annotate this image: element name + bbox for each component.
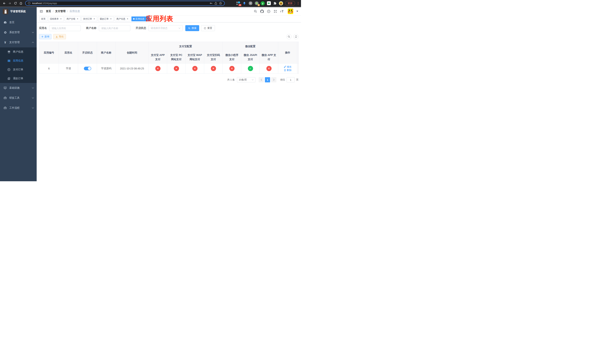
sidebar-item-label: 支付订单 <box>13 68 23 71</box>
pagination: 共 1 条 10条/页 1 前往 页 <box>39 77 299 82</box>
sidebar-collapse-icon[interactable] <box>39 10 43 13</box>
cell-enabled <box>78 64 97 74</box>
sidebar-item-payment-management[interactable]: ¥支付管理 <box>0 37 37 47</box>
tab-user-group[interactable]: 用户分组× <box>65 16 81 21</box>
close-tab-icon[interactable]: × <box>126 18 129 20</box>
cell-alipay-wap: ✕ <box>186 64 204 74</box>
extensions-puzzle-icon[interactable] <box>273 1 277 5</box>
tab-merchant-info[interactable]: 商户信息× <box>115 16 130 21</box>
export-button[interactable]: 导出 <box>53 34 66 39</box>
edit-button[interactable]: 修改 <box>284 65 291 68</box>
app-name-input[interactable] <box>49 25 81 31</box>
delete-icon <box>284 69 286 72</box>
tab-payment-order[interactable]: 支付订单× <box>81 16 97 21</box>
extension-command-icon[interactable] <box>248 1 252 5</box>
cell-created-time: 2021-10-23 08:49:25 <box>116 64 149 74</box>
app-table: 应用编号应用名开启状态商户名称创建时间支付宝配置微信配置操作支付宝 APP 支付… <box>39 42 299 74</box>
extension-gem-icon[interactable] <box>242 1 246 5</box>
search-icon <box>288 35 290 38</box>
cell-wx-jsapi: ✓ <box>241 64 260 74</box>
app-logo[interactable]: 芋道管理系统 <box>0 7 37 16</box>
sidebar-item-label: 基础设施 <box>9 86 20 90</box>
search-button[interactable]: 搜索 <box>185 25 199 31</box>
enabled-switch[interactable] <box>84 67 91 70</box>
profile-avatar-icon[interactable] <box>279 1 283 5</box>
app-name-label: 应用名 <box>39 26 47 30</box>
bookmark-star-icon[interactable] <box>219 2 222 5</box>
sidebar-item-label: 工作流程 <box>9 106 20 110</box>
close-tab-icon[interactable]: × <box>110 18 112 20</box>
help-icon[interactable]: ? <box>267 10 270 13</box>
column-header-alipay-qr: 支付宝扫码支付 <box>204 51 223 64</box>
tab-home[interactable]: 首页 <box>39 16 47 21</box>
next-page-button[interactable] <box>271 77 276 82</box>
close-tab-icon[interactable]: × <box>93 18 96 20</box>
font-size-icon[interactable]: TT <box>280 10 285 13</box>
cell-merchant-name: 芋道源码 <box>97 64 116 74</box>
sidebar-item-refund-order[interactable]: 退款订单 <box>0 74 37 83</box>
browser-reload-icon[interactable] <box>13 1 18 6</box>
sidebar-item-label: 研发工具 <box>9 96 20 100</box>
refresh-icon <box>204 27 206 30</box>
user-menu-caret-icon[interactable] <box>296 11 298 12</box>
tab-label: 首页 <box>41 17 45 21</box>
sidebar-item-dev-tools[interactable]: 研发工具 <box>0 93 37 103</box>
sidebar-item-merchant-info[interactable]: 商户信息 <box>0 47 37 56</box>
goto-page-input[interactable] <box>287 77 295 82</box>
browser-back-icon[interactable] <box>2 1 7 6</box>
user-avatar[interactable] <box>288 9 293 14</box>
site-info-icon[interactable] <box>28 2 31 5</box>
sidebar-item-system-management[interactable]: 系统管理 <box>0 27 37 37</box>
status-select[interactable]: 请选择开启状态 <box>149 25 183 31</box>
github-icon[interactable] <box>260 10 264 13</box>
browser-forward-icon[interactable] <box>7 1 12 6</box>
password-key-icon[interactable] <box>210 2 213 5</box>
close-tab-icon[interactable]: × <box>60 18 62 20</box>
sidebar-item-workflow[interactable]: 工作流程 <box>0 103 37 113</box>
browser-menu-icon[interactable] <box>297 2 299 5</box>
tab-label: 支付订单 <box>83 17 92 21</box>
extension-y-icon[interactable]: y <box>261 1 265 5</box>
download-icon <box>55 36 58 38</box>
page-size-select[interactable]: 10条/页 <box>237 77 256 82</box>
column-header: 应用编号 <box>39 42 59 64</box>
current-page-button[interactable]: 1 <box>265 77 270 82</box>
extension-chat-icon[interactable] <box>267 1 271 5</box>
breadcrumb-payment[interactable]: 支付管理 <box>55 10 65 13</box>
tab-refund-order[interactable]: 退款订单× <box>98 16 114 21</box>
sidebar-item-payment-order[interactable]: ¥支付订单 <box>0 65 37 74</box>
chevron-down-icon <box>32 32 34 33</box>
share-icon[interactable] <box>214 2 217 5</box>
browser-update-button[interactable]: 更新 <box>285 1 295 6</box>
yuan-icon: ¥ <box>3 41 7 44</box>
fullscreen-icon[interactable] <box>274 10 277 13</box>
browser-home-icon[interactable] <box>19 1 23 6</box>
refresh-table-button[interactable] <box>293 34 299 39</box>
add-button[interactable]: 新增 <box>39 34 52 39</box>
extension-diamond-icon[interactable]: 10 <box>236 1 240 5</box>
monitor-icon <box>3 86 7 90</box>
scrollbar-gutter <box>297 64 299 74</box>
column-header-wx-jsapi: 微信 JSAPI 支付 <box>241 51 260 64</box>
sidebar-item-home[interactable]: 首页 <box>0 17 37 27</box>
sidebar-item-infrastructure[interactable]: 基础设施 <box>0 83 37 93</box>
tab-process-form[interactable]: 流程表单× <box>48 16 64 21</box>
delete-button[interactable]: 删除 <box>284 68 291 72</box>
reset-button[interactable]: 重置 <box>201 25 215 31</box>
header-search-icon[interactable] <box>254 10 257 13</box>
prev-page-button[interactable] <box>258 77 264 82</box>
shop-icon <box>7 50 11 54</box>
page-unit-label: 页 <box>296 78 299 81</box>
switch-knob <box>88 67 91 70</box>
toggle-search-button[interactable] <box>286 34 291 39</box>
address-bar[interactable]: localhost:1024/pay/app <box>25 1 225 6</box>
column-header-alipay-app: 支付宝 APP 支付 <box>149 51 167 64</box>
breadcrumb-current: 应用信息 <box>70 10 80 13</box>
close-tab-icon[interactable]: × <box>76 18 79 20</box>
sidebar-item-app-info[interactable]: 应用信息 <box>0 56 37 65</box>
app-title: 芋道管理系统 <box>10 10 26 13</box>
extension-recorder-icon[interactable]: 1 <box>255 1 258 5</box>
breadcrumb-home[interactable]: 首页 <box>46 10 51 13</box>
merchant-name-input[interactable] <box>99 25 130 31</box>
column-header-alipay-pc: 支付宝 PC 网站支付 <box>167 51 186 64</box>
